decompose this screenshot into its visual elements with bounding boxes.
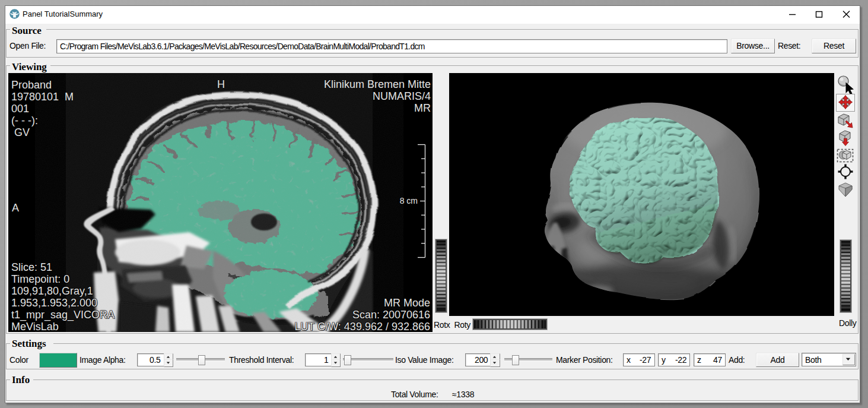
- svg-text:8 cm: 8 cm: [400, 196, 418, 205]
